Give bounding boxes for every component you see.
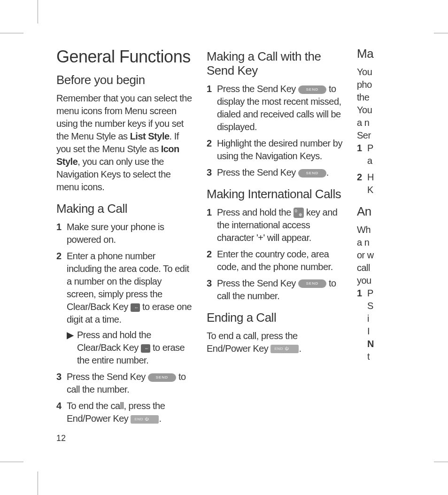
list-item: 3 Press the Send Key SEND. — [207, 166, 343, 179]
end-power-key-icon: END ⏻ — [131, 415, 159, 424]
partial-text: You — [357, 66, 394, 78]
sub-bullet: ▶ Press and hold the Clear/Back Key to e… — [67, 329, 193, 367]
partial-text: or w — [357, 249, 394, 262]
making-call-list: 1Make sure your phone is powered on. 2 E… — [56, 221, 193, 425]
list-item: 1 P S i I N t — [357, 287, 394, 363]
list-item: 2 Enter a phone number including the are… — [56, 250, 193, 367]
partial-text: you — [357, 274, 394, 287]
heading-send-key: Making a Call with the Send Key — [207, 50, 343, 78]
heading-making-a-call: Making a Call — [56, 202, 193, 216]
page-content: General Functions Before you begin Remem… — [56, 47, 448, 429]
partial-heading: Ma — [357, 47, 394, 61]
partial-list: 1 P S i I N t — [357, 287, 394, 363]
clear-back-key-icon — [131, 303, 140, 312]
partial-list: 1Pa 2HK — [357, 142, 394, 196]
partial-text: Wh — [357, 224, 394, 236]
crop-mark — [0, 33, 23, 33]
list-item: 3 Press the Send Key SEND to call the nu… — [56, 371, 193, 396]
crop-mark — [434, 462, 448, 462]
column-1: General Functions Before you begin Remem… — [56, 47, 193, 429]
bullet-marker-icon: ▶ — [67, 329, 74, 341]
paragraph: To end a call, press the End/Power Key E… — [207, 330, 343, 355]
send-key-list: 1 Press the Send Key SEND to display the… — [207, 83, 343, 179]
partial-text: Ser — [357, 129, 394, 142]
list-item: 1 Press and hold the key and the interna… — [207, 206, 343, 244]
crop-mark — [0, 462, 23, 462]
send-key-icon: SEND — [298, 169, 326, 178]
zero-key-icon — [294, 208, 304, 218]
partial-text: the — [357, 91, 394, 104]
send-key-icon: SEND — [298, 279, 326, 288]
list-item: 3 Press the Send Key SEND to call the nu… — [207, 277, 343, 302]
list-item: 1 Press the Send Key SEND to display the… — [207, 83, 343, 133]
send-key-icon: SEND — [148, 373, 176, 382]
paragraph: Remember that you can select the menu ic… — [56, 92, 193, 193]
column-3-partial: Ma You pho the You a n Ser 1Pa 2HK An Wh… — [357, 47, 394, 429]
page-number: 12 — [56, 433, 66, 443]
list-item: 2Enter the country code, area code, and … — [207, 248, 343, 273]
list-item: 4 To end the call, press the End/Power K… — [56, 400, 193, 425]
send-key-icon: SEND — [298, 85, 326, 94]
list-item: 2Highlight the desired number by using t… — [207, 137, 343, 162]
heading-ending: Ending a Call — [207, 311, 343, 325]
partial-text: a n — [357, 116, 394, 129]
crop-mark — [38, 0, 38, 23]
column-2: Making a Call with the Send Key 1 Press … — [207, 47, 343, 429]
partial-text: You — [357, 104, 394, 116]
partial-heading: An — [357, 205, 394, 219]
heading-before-you-begin: Before you begin — [56, 73, 193, 87]
partial-text: a n — [357, 236, 394, 249]
partial-text: call — [357, 262, 394, 274]
list-item: 1Make sure your phone is powered on. — [56, 221, 193, 246]
list-item: 1Pa — [357, 142, 394, 167]
clear-back-key-icon — [141, 344, 150, 353]
list-item: 2HK — [357, 171, 394, 196]
crop-mark — [434, 33, 448, 33]
end-power-key-icon: END ⏻ — [270, 345, 299, 353]
international-list: 1 Press and hold the key and the interna… — [207, 206, 343, 302]
crop-mark — [38, 472, 38, 495]
heading-international: Making International Calls — [207, 187, 343, 201]
partial-text: pho — [357, 78, 394, 91]
page-title: General Functions — [56, 47, 193, 67]
